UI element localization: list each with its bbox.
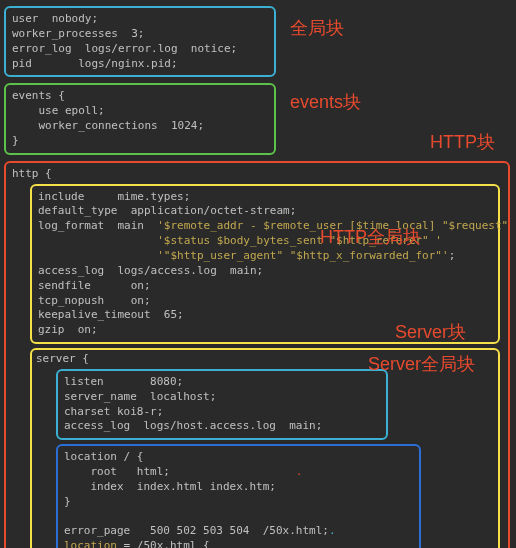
dot-icon: . [296, 465, 303, 478]
global-block-box: user nobody; worker_processes 3; error_l… [4, 6, 276, 77]
http-block-label: HTTP块 [430, 130, 495, 154]
global-block-label: 全局块 [290, 16, 344, 40]
events-block-label: events块 [290, 90, 361, 114]
http-global-label: HTTP全局块 [320, 225, 421, 249]
server-block-box: server { listen 8080; server_name localh… [30, 348, 500, 548]
http-global-code: include mime.types; default_type applica… [38, 190, 492, 338]
events-block-code: events { use epoll; worker_connections 1… [12, 89, 266, 148]
server-block-label: Server块 [395, 320, 466, 344]
dot-icon: . [329, 524, 336, 537]
location-block-box: location / { root html; . index index.ht… [56, 444, 421, 548]
server-global-label: Server全局块 [368, 352, 475, 376]
server-global-box: listen 8080; server_name localhost; char… [56, 369, 388, 440]
location-code: location / { root html; . index index.ht… [64, 450, 413, 548]
global-block-code: user nobody; worker_processes 3; error_l… [12, 12, 266, 71]
events-block-box: events { use epoll; worker_connections 1… [4, 83, 276, 154]
http-open-code: http { [12, 167, 508, 182]
server-global-code: listen 8080; server_name localhost; char… [64, 375, 380, 434]
